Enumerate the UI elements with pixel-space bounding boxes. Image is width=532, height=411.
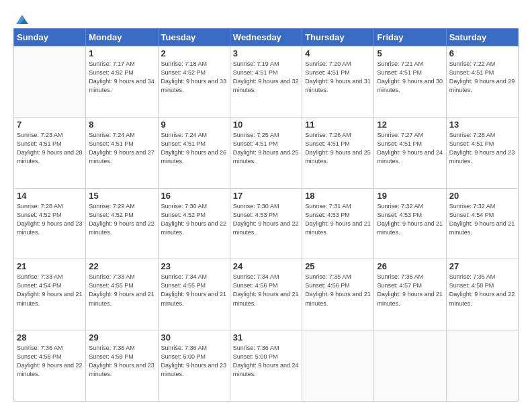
col-header-monday: Monday bbox=[86, 29, 158, 46]
day-cell: 8Sunrise: 7:24 AMSunset: 4:51 PMDaylight… bbox=[86, 117, 158, 188]
day-number: 1 bbox=[89, 48, 154, 58]
day-info: Sunrise: 7:30 AMSunset: 4:53 PMDaylight:… bbox=[233, 202, 299, 237]
day-cell: 20Sunrise: 7:32 AMSunset: 4:54 PMDayligh… bbox=[446, 188, 518, 259]
day-number: 30 bbox=[161, 332, 227, 342]
logo-icon bbox=[15, 12, 30, 27]
header bbox=[13, 12, 519, 23]
day-cell: 24Sunrise: 7:34 AMSunset: 4:56 PMDayligh… bbox=[230, 259, 302, 330]
day-info: Sunrise: 7:24 AMSunset: 4:51 PMDaylight:… bbox=[89, 131, 154, 166]
day-info: Sunrise: 7:17 AMSunset: 4:52 PMDaylight:… bbox=[89, 60, 154, 95]
day-number: 13 bbox=[449, 120, 515, 130]
day-number: 28 bbox=[17, 332, 83, 342]
day-info: Sunrise: 7:35 AMSunset: 4:56 PMDaylight:… bbox=[305, 273, 371, 308]
day-cell: 10Sunrise: 7:25 AMSunset: 4:51 PMDayligh… bbox=[230, 117, 302, 188]
day-number: 22 bbox=[89, 261, 154, 271]
day-cell: 23Sunrise: 7:34 AMSunset: 4:55 PMDayligh… bbox=[158, 259, 230, 330]
day-info: Sunrise: 7:27 AMSunset: 4:51 PMDaylight:… bbox=[377, 131, 443, 166]
day-number: 31 bbox=[233, 332, 299, 342]
day-cell: 29Sunrise: 7:36 AMSunset: 4:59 PMDayligh… bbox=[86, 330, 158, 402]
col-header-tuesday: Tuesday bbox=[158, 29, 230, 46]
day-info: Sunrise: 7:34 AMSunset: 4:55 PMDaylight:… bbox=[161, 273, 227, 308]
day-info: Sunrise: 7:22 AMSunset: 4:51 PMDaylight:… bbox=[449, 60, 515, 95]
week-row-1: 1Sunrise: 7:17 AMSunset: 4:52 PMDaylight… bbox=[14, 46, 519, 118]
day-number: 8 bbox=[89, 120, 154, 130]
day-info: Sunrise: 7:33 AMSunset: 4:55 PMDaylight:… bbox=[89, 273, 154, 308]
day-cell bbox=[302, 330, 374, 402]
day-number: 20 bbox=[449, 191, 515, 201]
day-info: Sunrise: 7:36 AMSunset: 4:59 PMDaylight:… bbox=[89, 344, 154, 379]
day-info: Sunrise: 7:31 AMSunset: 4:53 PMDaylight:… bbox=[305, 202, 371, 237]
day-info: Sunrise: 7:34 AMSunset: 4:56 PMDaylight:… bbox=[233, 273, 299, 308]
day-number: 12 bbox=[377, 120, 443, 130]
day-info: Sunrise: 7:23 AMSunset: 4:51 PMDaylight:… bbox=[17, 131, 83, 166]
day-info: Sunrise: 7:24 AMSunset: 4:51 PMDaylight:… bbox=[161, 131, 227, 166]
calendar-table: SundayMondayTuesdayWednesdayThursdayFrid… bbox=[13, 28, 519, 402]
day-info: Sunrise: 7:35 AMSunset: 4:58 PMDaylight:… bbox=[449, 273, 515, 308]
day-info: Sunrise: 7:36 AMSunset: 5:00 PMDaylight:… bbox=[233, 344, 299, 379]
week-row-2: 7Sunrise: 7:23 AMSunset: 4:51 PMDaylight… bbox=[14, 117, 519, 188]
day-cell: 1Sunrise: 7:17 AMSunset: 4:52 PMDaylight… bbox=[86, 46, 158, 118]
day-info: Sunrise: 7:29 AMSunset: 4:52 PMDaylight:… bbox=[89, 202, 154, 237]
day-info: Sunrise: 7:36 AMSunset: 5:00 PMDaylight:… bbox=[161, 344, 227, 379]
day-cell: 19Sunrise: 7:32 AMSunset: 4:53 PMDayligh… bbox=[374, 188, 446, 259]
day-number: 4 bbox=[305, 48, 371, 58]
day-cell: 17Sunrise: 7:30 AMSunset: 4:53 PMDayligh… bbox=[230, 188, 302, 259]
day-cell: 26Sunrise: 7:35 AMSunset: 4:57 PMDayligh… bbox=[374, 259, 446, 330]
day-number: 23 bbox=[161, 261, 227, 271]
day-cell: 13Sunrise: 7:28 AMSunset: 4:51 PMDayligh… bbox=[446, 117, 518, 188]
day-number: 14 bbox=[17, 191, 83, 201]
logo bbox=[13, 12, 30, 23]
day-number: 21 bbox=[17, 261, 83, 271]
day-number: 3 bbox=[233, 48, 299, 58]
day-cell bbox=[374, 330, 446, 402]
day-cell: 18Sunrise: 7:31 AMSunset: 4:53 PMDayligh… bbox=[302, 188, 374, 259]
day-cell: 27Sunrise: 7:35 AMSunset: 4:58 PMDayligh… bbox=[446, 259, 518, 330]
day-cell: 3Sunrise: 7:19 AMSunset: 4:51 PMDaylight… bbox=[230, 46, 302, 118]
week-row-3: 14Sunrise: 7:28 AMSunset: 4:52 PMDayligh… bbox=[14, 188, 519, 259]
day-number: 11 bbox=[305, 120, 371, 130]
day-cell bbox=[14, 46, 86, 118]
day-number: 25 bbox=[305, 261, 371, 271]
day-cell: 16Sunrise: 7:30 AMSunset: 4:52 PMDayligh… bbox=[158, 188, 230, 259]
day-info: Sunrise: 7:35 AMSunset: 4:57 PMDaylight:… bbox=[377, 273, 443, 308]
day-info: Sunrise: 7:21 AMSunset: 4:51 PMDaylight:… bbox=[377, 60, 443, 95]
day-info: Sunrise: 7:32 AMSunset: 4:54 PMDaylight:… bbox=[449, 202, 515, 237]
day-cell: 21Sunrise: 7:33 AMSunset: 4:54 PMDayligh… bbox=[14, 259, 86, 330]
col-header-thursday: Thursday bbox=[302, 29, 374, 46]
day-cell bbox=[446, 330, 518, 402]
day-info: Sunrise: 7:20 AMSunset: 4:51 PMDaylight:… bbox=[305, 60, 371, 95]
week-row-4: 21Sunrise: 7:33 AMSunset: 4:54 PMDayligh… bbox=[14, 259, 519, 330]
day-cell: 30Sunrise: 7:36 AMSunset: 5:00 PMDayligh… bbox=[158, 330, 230, 402]
col-header-wednesday: Wednesday bbox=[230, 29, 302, 46]
day-number: 19 bbox=[377, 191, 443, 201]
day-cell: 25Sunrise: 7:35 AMSunset: 4:56 PMDayligh… bbox=[302, 259, 374, 330]
day-number: 16 bbox=[161, 191, 227, 201]
day-cell: 5Sunrise: 7:21 AMSunset: 4:51 PMDaylight… bbox=[374, 46, 446, 118]
day-cell: 7Sunrise: 7:23 AMSunset: 4:51 PMDaylight… bbox=[14, 117, 86, 188]
day-number: 15 bbox=[89, 191, 154, 201]
page: SundayMondayTuesdayWednesdayThursdayFrid… bbox=[0, 0, 532, 411]
day-number: 27 bbox=[449, 261, 515, 271]
day-cell: 2Sunrise: 7:18 AMSunset: 4:52 PMDaylight… bbox=[158, 46, 230, 118]
col-header-saturday: Saturday bbox=[446, 29, 518, 46]
day-number: 24 bbox=[233, 261, 299, 271]
day-info: Sunrise: 7:36 AMSunset: 4:58 PMDaylight:… bbox=[17, 344, 83, 379]
week-row-5: 28Sunrise: 7:36 AMSunset: 4:58 PMDayligh… bbox=[14, 330, 519, 402]
day-info: Sunrise: 7:28 AMSunset: 4:51 PMDaylight:… bbox=[449, 131, 515, 166]
day-info: Sunrise: 7:26 AMSunset: 4:51 PMDaylight:… bbox=[305, 131, 371, 166]
col-header-friday: Friday bbox=[374, 29, 446, 46]
col-header-sunday: Sunday bbox=[14, 29, 86, 46]
day-cell: 14Sunrise: 7:28 AMSunset: 4:52 PMDayligh… bbox=[14, 188, 86, 259]
day-info: Sunrise: 7:30 AMSunset: 4:52 PMDaylight:… bbox=[161, 202, 227, 237]
day-number: 6 bbox=[449, 48, 515, 58]
day-cell: 12Sunrise: 7:27 AMSunset: 4:51 PMDayligh… bbox=[374, 117, 446, 188]
day-number: 2 bbox=[161, 48, 227, 58]
day-number: 9 bbox=[161, 120, 227, 130]
day-cell: 15Sunrise: 7:29 AMSunset: 4:52 PMDayligh… bbox=[86, 188, 158, 259]
day-info: Sunrise: 7:33 AMSunset: 4:54 PMDaylight:… bbox=[17, 273, 83, 308]
day-number: 7 bbox=[17, 120, 83, 130]
day-info: Sunrise: 7:32 AMSunset: 4:53 PMDaylight:… bbox=[377, 202, 443, 237]
day-number: 10 bbox=[233, 120, 299, 130]
day-number: 18 bbox=[305, 191, 371, 201]
day-info: Sunrise: 7:19 AMSunset: 4:51 PMDaylight:… bbox=[233, 60, 299, 95]
